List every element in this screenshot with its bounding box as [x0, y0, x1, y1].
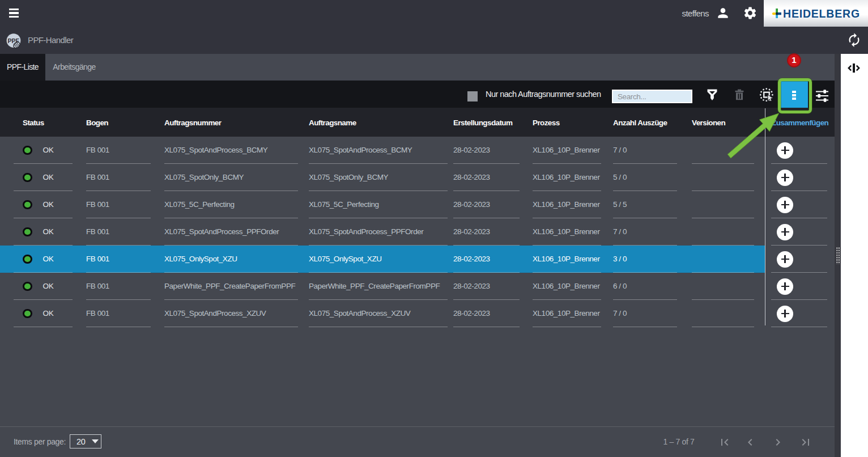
merge-add-button[interactable] [777, 170, 793, 186]
status-ok-dot [23, 200, 32, 210]
previous-page-button[interactable] [743, 435, 757, 449]
cell-erstellungsdatum: 28-02-2023 [453, 164, 490, 191]
app-title: PPF-Handler [28, 27, 73, 54]
cell-erstellungsdatum: 28-02-2023 [453, 246, 490, 273]
merge-add-button[interactable] [777, 224, 793, 240]
cell-status: OK [23, 218, 53, 246]
delete-icon[interactable] [733, 88, 746, 101]
logo-wordmark: HEIDELBERG [783, 0, 860, 27]
status-label: OK [43, 218, 54, 246]
row-selection-fill [0, 246, 765, 273]
column-header-auftragsname[interactable]: Auftragsname [309, 108, 356, 137]
panel-collapse-icon[interactable] [848, 63, 860, 73]
tab-arbeitsgaenge[interactable]: Arbeitsgänge [45, 54, 103, 81]
cell-prozess: XL106_10P_Brenner [533, 218, 599, 246]
cell-prozess: XL106_10P_Brenner [533, 137, 599, 164]
cell-auftragsname: XL075_SpotAndProcess_XZUV [309, 300, 410, 327]
cell-erstellungsdatum: 28-02-2023 [453, 218, 490, 246]
status-label: OK [43, 137, 54, 164]
table-row[interactable]: OKFB 001XL075_SpotAndProcess_PPFOrderXL0… [0, 218, 835, 246]
cell-status: OK [23, 246, 53, 273]
cell-bogen: FB 001 [86, 164, 109, 191]
cell-auftragsnummer: XL075_5C_Perfecting [164, 191, 235, 218]
cell-anzahl: 7 / 0 [613, 218, 627, 246]
first-page-button[interactable] [718, 435, 731, 449]
marquee-select-icon[interactable] [760, 88, 773, 101]
paginator-bar: Items per page: 20 1 – 7 of 7 [0, 426, 835, 457]
table-header-row: StatusBogenAuftragsnummerAuftragsnameErs… [0, 108, 835, 137]
cell-bogen: FB 001 [86, 246, 109, 273]
merge-column-separator [765, 108, 765, 325]
table-row[interactable]: OKFB 001XL075_SpotAndProcess_XZUVXL075_S… [0, 300, 835, 327]
heidelberg-logo: HEIDELBERG [764, 0, 868, 27]
cell-underline [771, 327, 827, 327]
status-ok-dot [23, 227, 32, 237]
user-account-icon[interactable] [716, 6, 730, 20]
annotation-highlight-box [778, 78, 812, 113]
merge-add-button[interactable] [777, 306, 793, 322]
status-label: OK [43, 273, 54, 300]
settings-gear-icon[interactable] [743, 6, 758, 20]
cell-auftragsnummer: XL075_OnlySpot_XZU [164, 246, 237, 273]
menu-hamburger-icon[interactable] [9, 9, 19, 18]
column-header-versionen[interactable]: Versionen [692, 108, 725, 137]
status-ok-dot [23, 173, 32, 183]
refresh-icon[interactable] [846, 32, 862, 48]
merge-add-button[interactable] [777, 142, 793, 159]
column-header-anzahl[interactable]: Anzahl Auszüge [613, 108, 667, 137]
column-header-prozess[interactable]: Prozess [533, 108, 560, 137]
page-range-label: 1 – 7 of 7 [639, 427, 718, 457]
items-per-page-select[interactable]: 20 [70, 434, 101, 448]
order-number-only-checkbox[interactable] [467, 91, 478, 101]
merge-add-button[interactable] [777, 251, 793, 268]
top-bar: steffens HEIDELBERG [0, 0, 868, 27]
table-row[interactable]: OKFB 001PaperWhite_PPF_CreatePaperFromPP… [0, 273, 835, 300]
cell-auftragsname: XL075_SpotAndProcess_BCMY [309, 137, 412, 164]
merge-add-button[interactable] [777, 278, 793, 295]
caret-down-icon [92, 439, 99, 443]
cell-erstellungsdatum: 28-02-2023 [453, 191, 490, 218]
cell-auftragsname: XL075_5C_Perfecting [309, 191, 379, 218]
merge-add-button[interactable] [777, 197, 793, 213]
cell-auftragsnummer: PaperWhite_PPF_CreatePaperFromPPF [164, 273, 295, 300]
filter-icon[interactable] [705, 88, 719, 101]
table-row[interactable]: OKFB 001XL075_SpotAndProcess_BCMYXL075_S… [0, 137, 835, 164]
table-row[interactable]: OKFB 001XL075_OnlySpot_XZUXL075_OnlySpot… [0, 246, 835, 273]
search-input[interactable] [612, 90, 692, 103]
cell-status: OK [23, 137, 53, 164]
ppf-app-icon: PPF [6, 33, 22, 49]
column-header-erstellungsdatum[interactable]: Erstellungsdatum [453, 108, 512, 137]
row-selection-fill [0, 191, 765, 218]
status-label: OK [43, 246, 54, 273]
cell-auftragsname: XL075_SpotOnly_BCMY [309, 164, 388, 191]
cell-prozess: XL106_10P_Brenner [533, 273, 599, 300]
status-label: OK [43, 300, 54, 327]
last-page-button[interactable] [799, 435, 812, 449]
cell-erstellungsdatum: 28-02-2023 [453, 300, 490, 327]
cell-bogen: FB 001 [86, 218, 109, 246]
status-ok-dot [23, 309, 32, 319]
next-page-button[interactable] [771, 435, 785, 449]
cell-bogen: FB 001 [86, 300, 109, 327]
tune-icon[interactable] [815, 88, 829, 102]
column-header-auftragsnummer[interactable]: Auftragsnummer [164, 108, 221, 137]
column-header-bogen[interactable]: Bogen [86, 108, 108, 137]
cell-prozess: XL106_10P_Brenner [533, 246, 599, 273]
cell-auftragsname: PaperWhite_PPF_CreatePaperFromPPF [309, 273, 440, 300]
tab-ppf-liste[interactable]: PPF-Liste [0, 54, 45, 81]
table-row[interactable]: OKFB 001XL075_SpotOnly_BCMYXL075_SpotOnl… [0, 164, 835, 191]
items-per-page-value: 20 [76, 437, 85, 446]
username-label: steffens [682, 0, 709, 27]
side-panel [841, 54, 868, 457]
cell-anzahl: 5 / 0 [613, 164, 627, 191]
status-label: OK [43, 191, 54, 218]
cell-prozess: XL106_10P_Brenner [533, 300, 599, 327]
cell-bogen: FB 001 [86, 137, 109, 164]
cell-auftragsnummer: XL075_SpotAndProcess_PPFOrder [164, 218, 279, 246]
cell-erstellungsdatum: 28-02-2023 [453, 137, 490, 164]
cell-auftragsname: XL075_SpotAndProcess_PPFOrder [309, 218, 423, 246]
items-per-page-label: Items per page: [14, 427, 66, 457]
column-header-status[interactable]: Status [23, 108, 44, 137]
splitter-grip[interactable] [836, 247, 840, 264]
table-row[interactable]: OKFB 001XL075_5C_PerfectingXL075_5C_Perf… [0, 191, 835, 218]
